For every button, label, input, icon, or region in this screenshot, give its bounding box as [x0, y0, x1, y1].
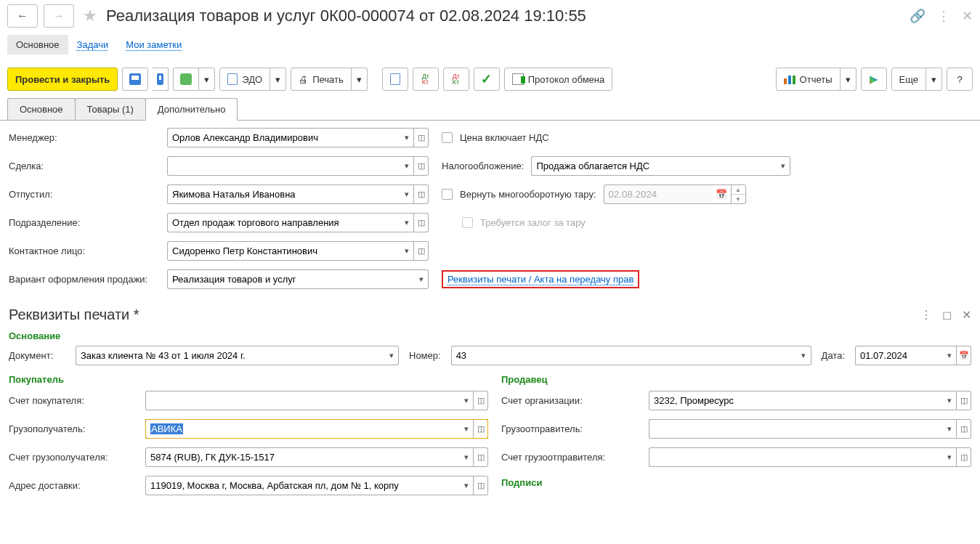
play-icon: ▶ — [870, 73, 878, 86]
sub-kebab-icon[interactable]: ⋮ — [920, 308, 932, 322]
deposit-tare-checkbox — [462, 217, 473, 228]
help-button[interactable]: ? — [947, 68, 973, 91]
kebab-icon[interactable]: ⋮ — [937, 8, 950, 24]
page-title: Реализация товаров и услуг 0К00-000074 о… — [106, 7, 904, 25]
dept-label: Подразделение: — [9, 217, 154, 228]
reports-button[interactable]: Отчеты — [776, 68, 841, 91]
buyer-account-open[interactable]: ◫ — [474, 391, 488, 410]
released-input[interactable] — [167, 184, 400, 204]
post-button[interactable] — [153, 68, 169, 91]
dt-kt-button-2[interactable]: ДтКт — [443, 68, 469, 91]
shipper-account-input[interactable] — [649, 447, 942, 467]
link-icon[interactable]: 🔗 — [910, 8, 926, 24]
save-button[interactable] — [122, 68, 148, 91]
delivery-address-label: Адрес доставки: — [9, 480, 139, 491]
shipper-account-dropdown[interactable]: ▾ — [942, 447, 957, 467]
variant-input[interactable] — [167, 269, 414, 289]
delivery-address-input[interactable] — [145, 476, 459, 495]
tax-dropdown[interactable]: ▾ — [776, 156, 790, 176]
document-dropdown[interactable]: ▾ — [384, 346, 399, 365]
shipper-account-open[interactable]: ◫ — [957, 447, 971, 467]
shipper-dropdown[interactable]: ▾ — [942, 419, 957, 439]
approve-button[interactable]: ✓ — [474, 68, 500, 91]
nav-forward-button[interactable]: → — [44, 4, 74, 28]
basis-group-label: Основание — [9, 329, 971, 343]
released-dropdown[interactable]: ▾ — [400, 184, 414, 204]
number-input[interactable] — [451, 346, 797, 365]
deal-dropdown[interactable]: ▾ — [400, 156, 414, 176]
tax-input[interactable] — [531, 156, 776, 176]
consignee-open[interactable]: ◫ — [474, 419, 488, 439]
close-icon[interactable]: ✕ — [962, 8, 973, 24]
price-incl-vat-checkbox[interactable] — [442, 132, 453, 143]
create-based-dropdown[interactable]: ▾ — [199, 68, 215, 91]
dt-kt-button[interactable]: ДтКт — [413, 68, 439, 91]
variant-dropdown[interactable]: ▾ — [414, 269, 429, 289]
consignee-account-input[interactable] — [145, 447, 459, 467]
sub-close-icon[interactable]: ✕ — [962, 308, 971, 322]
released-open[interactable]: ◫ — [414, 184, 429, 204]
edo-button[interactable]: ЭДО — [219, 68, 270, 91]
buyer-account-dropdown[interactable]: ▾ — [459, 391, 474, 410]
subwindow-title: Реквизиты печати * — [9, 306, 920, 323]
section-tasks[interactable]: Задачи — [68, 35, 118, 54]
deal-open[interactable]: ◫ — [414, 156, 429, 176]
number-dropdown[interactable]: ▾ — [797, 346, 811, 365]
sub-maximize-icon[interactable]: ◻ — [942, 308, 952, 322]
return-tare-checkbox[interactable] — [442, 189, 453, 200]
dept-dropdown[interactable]: ▾ — [400, 213, 414, 232]
tab-goods[interactable]: Товары (1) — [75, 98, 146, 120]
tare-date-calendar[interactable]: 📅 — [713, 184, 732, 204]
favorite-star-icon[interactable]: ★ — [80, 7, 100, 25]
print-requisites-link[interactable]: Реквизиты печати / Акта на передачу прав — [442, 270, 639, 288]
save-icon — [129, 73, 141, 85]
document-input[interactable] — [76, 346, 384, 365]
shipper-open[interactable]: ◫ — [957, 419, 971, 439]
consignee-account-dropdown[interactable]: ▾ — [459, 447, 474, 467]
post-and-close-button[interactable]: Провести и закрыть — [7, 68, 118, 91]
tab-additional[interactable]: Дополнительно — [145, 98, 238, 120]
tab-main[interactable]: Основное — [7, 98, 76, 120]
contact-open[interactable]: ◫ — [414, 241, 429, 261]
seller-account-dropdown[interactable]: ▾ — [942, 391, 957, 410]
tare-date-spinner[interactable]: ▲▼ — [732, 184, 746, 204]
consignee-dropdown[interactable]: ▾ — [459, 419, 474, 439]
seller-account-open[interactable]: ◫ — [957, 391, 971, 410]
more-button[interactable]: Еще — [891, 68, 926, 91]
create-based-button[interactable] — [173, 68, 199, 91]
manager-open[interactable]: ◫ — [414, 128, 429, 147]
print-dropdown[interactable]: ▾ — [352, 68, 368, 91]
manager-input[interactable] — [167, 128, 400, 147]
deal-input[interactable] — [167, 156, 400, 176]
nav-back-button[interactable]: ← — [7, 4, 38, 28]
edo-dropdown[interactable]: ▾ — [270, 68, 286, 91]
buyer-group-label: Покупатель — [9, 373, 488, 386]
actions-button[interactable]: ▶ — [861, 68, 887, 91]
date-dropdown[interactable]: ▾ — [942, 346, 957, 365]
manager-dropdown[interactable]: ▾ — [400, 128, 414, 147]
more-dropdown[interactable]: ▾ — [926, 68, 942, 91]
shipper-input[interactable] — [649, 419, 942, 439]
print-button[interactable]: 🖨Печать — [291, 68, 352, 91]
number-label: Номер: — [409, 350, 441, 361]
document-label: Документ: — [9, 350, 65, 361]
seller-account-input[interactable] — [649, 391, 942, 410]
buyer-account-input[interactable] — [145, 391, 459, 410]
section-notes[interactable]: Мои заметки — [117, 35, 190, 54]
dept-input[interactable] — [167, 213, 400, 232]
consignee-account-open[interactable]: ◫ — [474, 447, 488, 467]
consignee-input[interactable]: АВИКА — [145, 419, 459, 439]
delivery-address-dropdown[interactable]: ▾ — [459, 476, 474, 495]
seller-group-label: Продавец — [501, 373, 971, 386]
date-calendar[interactable]: 📅 — [957, 346, 971, 365]
reports-dropdown[interactable]: ▾ — [841, 68, 857, 91]
date-input[interactable] — [855, 346, 942, 365]
protocol-button[interactable]: Протокол обмена — [504, 68, 613, 91]
delivery-address-open[interactable]: ◫ — [474, 476, 488, 495]
contact-dropdown[interactable]: ▾ — [400, 241, 414, 261]
contact-input[interactable] — [167, 241, 400, 261]
tare-date-input[interactable] — [604, 184, 713, 204]
dept-open[interactable]: ◫ — [414, 213, 429, 232]
section-main[interactable]: Основное — [7, 35, 68, 54]
structure-button[interactable] — [382, 68, 408, 91]
